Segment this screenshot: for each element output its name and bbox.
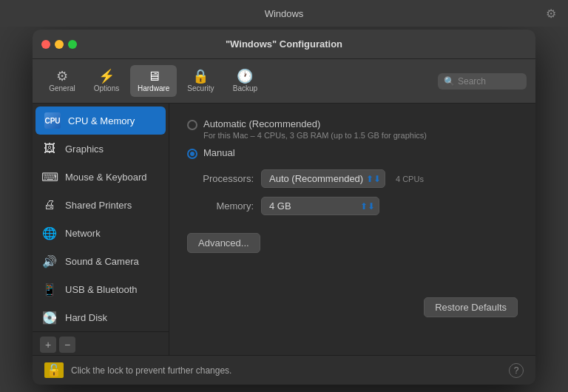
title-bar: Windows ⚙ xyxy=(0,0,568,27)
automatic-radio[interactable] xyxy=(187,120,197,130)
gear-icon[interactable]: ⚙ xyxy=(546,7,556,21)
sidebar-label-sound-camera: Sound & Camera xyxy=(65,256,139,267)
backup-icon: 🕐 xyxy=(237,70,253,83)
sidebar-item-usb-bluetooth[interactable]: 📱 USB & Bluetooth xyxy=(33,275,169,303)
manual-radio-row[interactable]: Manual xyxy=(187,147,518,159)
processors-row: Processors: Auto (Recommended) 1 2 4 ⬆⬇ … xyxy=(187,169,518,188)
memory-label: Memory: xyxy=(187,200,254,212)
sidebar-label-usb-bluetooth: USB & Bluetooth xyxy=(65,284,138,295)
backup-label: Backup xyxy=(233,84,257,92)
automatic-label: Automatic (Recommended) xyxy=(203,118,427,129)
traffic-lights xyxy=(41,40,77,49)
shared-printers-icon: 🖨 xyxy=(41,197,58,213)
cpu-memory-icon: CPU xyxy=(44,112,61,129)
manual-radio[interactable] xyxy=(187,149,197,159)
general-label: General xyxy=(49,84,75,92)
sidebar-label-mouse-keyboard: Mouse & Keyboard xyxy=(65,172,147,183)
hardware-label: Hardware xyxy=(138,84,169,92)
status-text: Click the lock to prevent further change… xyxy=(71,365,501,376)
search-box[interactable]: 🔍 Search xyxy=(438,73,527,89)
close-button[interactable] xyxy=(41,40,50,49)
tab-options[interactable]: ⚡ Options xyxy=(86,65,127,97)
sidebar-item-shared-printers[interactable]: 🖨 Shared Printers xyxy=(33,191,169,219)
tab-security[interactable]: 🔒 Security xyxy=(180,65,221,97)
main-window: "Windows" Configuration ⚙ General ⚡ Opti… xyxy=(33,30,535,385)
sidebar-item-sound-camera[interactable]: 🔊 Sound & Camera xyxy=(33,247,169,275)
security-label: Security xyxy=(187,84,214,92)
toolbar: ⚙ General ⚡ Options 🖥 Hardware 🔒 Securit… xyxy=(33,59,535,104)
cpu-count: 4 CPUs xyxy=(396,175,424,183)
lock-icon[interactable]: 🔓 xyxy=(44,362,64,378)
add-button[interactable]: + xyxy=(40,337,56,353)
restore-defaults-button[interactable]: Restore Defaults xyxy=(424,297,518,317)
advanced-button[interactable]: Advanced... xyxy=(187,233,260,253)
panel-bottom: Restore Defaults xyxy=(187,253,518,317)
sidebar: CPU CPU & Memory 🖼 Graphics ⌨ Mouse & Ke… xyxy=(33,104,169,355)
options-label: Options xyxy=(94,84,119,92)
hardware-icon: 🖥 xyxy=(147,70,160,83)
network-icon: 🌐 xyxy=(41,225,58,241)
mouse-keyboard-icon: ⌨ xyxy=(41,169,58,185)
automatic-sub: For this Mac – 4 CPUs, 3 GB RAM (up to 1… xyxy=(203,131,427,140)
automatic-option: Automatic (Recommended) For this Mac – 4… xyxy=(203,118,427,140)
minimize-button[interactable] xyxy=(55,40,64,49)
sidebar-item-cpu-memory[interactable]: CPU CPU & Memory xyxy=(36,107,166,135)
tab-backup[interactable]: 🕐 Backup xyxy=(224,65,266,97)
sidebar-item-hard-disk[interactable]: 💽 Hard Disk xyxy=(33,303,169,331)
processors-label: Processors: xyxy=(187,173,254,184)
usb-bluetooth-icon: 📱 xyxy=(41,281,58,297)
sidebar-label-network: Network xyxy=(65,228,101,239)
options-icon: ⚡ xyxy=(98,70,115,83)
app-title: Windows xyxy=(265,8,304,19)
sidebar-label-shared-printers: Shared Printers xyxy=(65,200,132,211)
radio-group: Automatic (Recommended) For this Mac – 4… xyxy=(187,118,518,159)
sidebar-bottom: + − xyxy=(33,331,169,355)
main-panel: Automatic (Recommended) For this Mac – 4… xyxy=(169,104,535,355)
settings-grid: Processors: Auto (Recommended) 1 2 4 ⬆⬇ … xyxy=(187,169,518,215)
sidebar-item-mouse-keyboard[interactable]: ⌨ Mouse & Keyboard xyxy=(33,163,169,191)
content-area: CPU CPU & Memory 🖼 Graphics ⌨ Mouse & Ke… xyxy=(33,104,535,355)
sound-camera-icon: 🔊 xyxy=(41,253,58,269)
remove-button[interactable]: − xyxy=(59,337,75,353)
hard-disk-icon: 💽 xyxy=(41,309,58,325)
sidebar-item-graphics[interactable]: 🖼 Graphics xyxy=(33,135,169,163)
memory-select-wrapper: 4 GB 2 GB 8 GB ⬆⬇ xyxy=(261,197,379,215)
help-button[interactable]: ? xyxy=(509,363,524,378)
automatic-radio-row[interactable]: Automatic (Recommended) For this Mac – 4… xyxy=(187,118,518,140)
search-icon: 🔍 xyxy=(444,76,455,87)
tab-general[interactable]: ⚙ General xyxy=(41,65,83,97)
processors-select[interactable]: Auto (Recommended) 1 2 4 xyxy=(261,169,385,188)
security-icon: 🔒 xyxy=(192,70,209,83)
graphics-icon: 🖼 xyxy=(41,141,58,157)
general-icon: ⚙ xyxy=(56,70,68,83)
window-titlebar: "Windows" Configuration xyxy=(33,30,535,59)
processors-select-wrapper: Auto (Recommended) 1 2 4 ⬆⬇ xyxy=(261,169,385,188)
maximize-button[interactable] xyxy=(68,40,77,49)
window-title: "Windows" Configuration xyxy=(226,38,342,50)
sidebar-label-hard-disk: Hard Disk xyxy=(65,312,107,323)
status-bar: 🔓 Click the lock to prevent further chan… xyxy=(33,355,535,385)
tab-hardware[interactable]: 🖥 Hardware xyxy=(130,65,177,97)
memory-row: Memory: 4 GB 2 GB 8 GB ⬆⬇ xyxy=(187,197,518,215)
sidebar-item-network[interactable]: 🌐 Network xyxy=(33,219,169,247)
manual-label: Manual xyxy=(203,147,235,158)
sidebar-label-graphics: Graphics xyxy=(65,143,104,155)
search-placeholder: Search xyxy=(458,76,486,87)
sidebar-label-cpu-memory: CPU & Memory xyxy=(68,115,135,126)
memory-select[interactable]: 4 GB 2 GB 8 GB xyxy=(261,197,379,215)
